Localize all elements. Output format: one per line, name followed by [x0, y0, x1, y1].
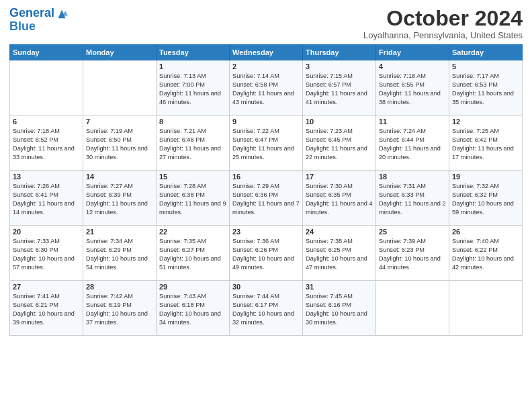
- calendar-cell: 22Sunrise: 7:35 AMSunset: 6:27 PMDayligh…: [157, 226, 230, 281]
- day-header-sunday: Sunday: [10, 45, 83, 60]
- day-info: Sunrise: 7:41 AMSunset: 6:21 PMDaylight:…: [13, 292, 80, 327]
- day-number: 1: [159, 62, 226, 71]
- calendar-cell: 10Sunrise: 7:23 AMSunset: 6:45 PMDayligh…: [303, 116, 376, 171]
- calendar-week-4: 20Sunrise: 7:33 AMSunset: 6:30 PMDayligh…: [10, 226, 523, 281]
- title-section: October 2024 Loyalhanna, Pennsylvania, U…: [363, 7, 523, 40]
- day-info: Sunrise: 7:23 AMSunset: 6:45 PMDaylight:…: [306, 127, 373, 162]
- calendar-cell: 14Sunrise: 7:27 AMSunset: 6:39 PMDayligh…: [83, 171, 157, 226]
- day-header-monday: Monday: [83, 45, 157, 60]
- day-info: Sunrise: 7:36 AMSunset: 6:26 PMDaylight:…: [232, 237, 300, 272]
- day-number: 29: [159, 283, 226, 291]
- day-number: 23: [232, 228, 300, 236]
- day-number: 20: [13, 228, 80, 236]
- day-info: Sunrise: 7:43 AMSunset: 6:18 PMDaylight:…: [159, 292, 226, 327]
- calendar-cell: 6Sunrise: 7:18 AMSunset: 6:52 PMDaylight…: [10, 116, 83, 171]
- day-info: Sunrise: 7:38 AMSunset: 6:25 PMDaylight:…: [306, 237, 373, 272]
- calendar-cell: 7Sunrise: 7:19 AMSunset: 6:50 PMDaylight…: [83, 116, 157, 171]
- day-number: 11: [379, 118, 446, 126]
- calendar-cell: 20Sunrise: 7:33 AMSunset: 6:30 PMDayligh…: [10, 226, 83, 281]
- calendar-week-2: 6Sunrise: 7:18 AMSunset: 6:52 PMDaylight…: [10, 116, 523, 171]
- day-info: Sunrise: 7:35 AMSunset: 6:27 PMDaylight:…: [159, 237, 226, 272]
- day-number: 24: [306, 228, 373, 236]
- day-info: Sunrise: 7:31 AMSunset: 6:33 PMDaylight:…: [379, 182, 446, 217]
- header: General Blue October 2024 Loyalhanna, Pe…: [9, 7, 523, 40]
- day-info: Sunrise: 7:25 AMSunset: 6:42 PMDaylight:…: [452, 127, 519, 162]
- day-number: 21: [86, 228, 153, 236]
- calendar-cell: 12Sunrise: 7:25 AMSunset: 6:42 PMDayligh…: [449, 116, 523, 171]
- logo-icon: [56, 7, 68, 19]
- day-number: 7: [86, 118, 153, 126]
- day-number: 31: [306, 283, 373, 291]
- day-info: Sunrise: 7:16 AMSunset: 6:55 PMDaylight:…: [379, 72, 446, 107]
- calendar-cell: 25Sunrise: 7:39 AMSunset: 6:23 PMDayligh…: [376, 226, 449, 281]
- month-title: October 2024: [363, 7, 523, 30]
- day-number: 4: [379, 62, 446, 71]
- day-info: Sunrise: 7:24 AMSunset: 6:44 PMDaylight:…: [379, 127, 446, 162]
- calendar-cell: [449, 281, 523, 336]
- calendar-cell: 2Sunrise: 7:14 AMSunset: 6:58 PMDaylight…: [230, 60, 303, 116]
- calendar-week-3: 13Sunrise: 7:26 AMSunset: 6:41 PMDayligh…: [10, 171, 523, 226]
- day-number: 27: [13, 283, 80, 291]
- logo-text: General: [9, 7, 54, 20]
- day-info: Sunrise: 7:26 AMSunset: 6:41 PMDaylight:…: [13, 182, 80, 217]
- calendar-cell: 4Sunrise: 7:16 AMSunset: 6:55 PMDaylight…: [376, 60, 449, 116]
- day-number: 19: [452, 173, 519, 181]
- calendar-cell: 28Sunrise: 7:42 AMSunset: 6:19 PMDayligh…: [83, 281, 157, 336]
- day-number: 10: [306, 118, 373, 126]
- calendar-table: SundayMondayTuesdayWednesdayThursdayFrid…: [9, 44, 523, 336]
- day-info: Sunrise: 7:32 AMSunset: 6:32 PMDaylight:…: [452, 182, 519, 217]
- day-number: 30: [232, 283, 300, 291]
- calendar-cell: 9Sunrise: 7:22 AMSunset: 6:47 PMDaylight…: [230, 116, 303, 171]
- calendar-cell: 21Sunrise: 7:34 AMSunset: 6:29 PMDayligh…: [83, 226, 157, 281]
- calendar-cell: 29Sunrise: 7:43 AMSunset: 6:18 PMDayligh…: [157, 281, 230, 336]
- day-info: Sunrise: 7:17 AMSunset: 6:53 PMDaylight:…: [452, 72, 519, 107]
- calendar-cell: 8Sunrise: 7:21 AMSunset: 6:48 PMDaylight…: [157, 116, 230, 171]
- calendar-cell: [10, 60, 83, 116]
- day-number: 13: [13, 173, 80, 181]
- calendar-cell: 16Sunrise: 7:29 AMSunset: 6:36 PMDayligh…: [230, 171, 303, 226]
- day-info: Sunrise: 7:39 AMSunset: 6:23 PMDaylight:…: [379, 237, 446, 272]
- day-info: Sunrise: 7:21 AMSunset: 6:48 PMDaylight:…: [159, 127, 226, 162]
- calendar-cell: 11Sunrise: 7:24 AMSunset: 6:44 PMDayligh…: [376, 116, 449, 171]
- day-info: Sunrise: 7:28 AMSunset: 6:38 PMDaylight:…: [159, 182, 226, 217]
- day-header-friday: Friday: [376, 45, 449, 60]
- day-number: 9: [232, 118, 300, 126]
- calendar-week-1: 1Sunrise: 7:13 AMSunset: 7:00 PMDaylight…: [10, 60, 523, 116]
- day-header-tuesday: Tuesday: [157, 45, 230, 60]
- day-info: Sunrise: 7:27 AMSunset: 6:39 PMDaylight:…: [86, 182, 153, 217]
- day-info: Sunrise: 7:33 AMSunset: 6:30 PMDaylight:…: [13, 237, 80, 272]
- calendar-cell: 3Sunrise: 7:15 AMSunset: 6:57 PMDaylight…: [303, 60, 376, 116]
- calendar-cell: 13Sunrise: 7:26 AMSunset: 6:41 PMDayligh…: [10, 171, 83, 226]
- day-number: 22: [159, 228, 226, 236]
- calendar-cell: 23Sunrise: 7:36 AMSunset: 6:26 PMDayligh…: [230, 226, 303, 281]
- calendar-cell: 27Sunrise: 7:41 AMSunset: 6:21 PMDayligh…: [10, 281, 83, 336]
- day-info: Sunrise: 7:18 AMSunset: 6:52 PMDaylight:…: [13, 127, 80, 162]
- calendar-week-5: 27Sunrise: 7:41 AMSunset: 6:21 PMDayligh…: [10, 281, 523, 336]
- day-number: 26: [452, 228, 519, 236]
- day-info: Sunrise: 7:44 AMSunset: 6:17 PMDaylight:…: [232, 292, 300, 327]
- calendar-cell: 24Sunrise: 7:38 AMSunset: 6:25 PMDayligh…: [303, 226, 376, 281]
- day-number: 25: [379, 228, 446, 236]
- day-number: 14: [86, 173, 153, 181]
- calendar-cell: 30Sunrise: 7:44 AMSunset: 6:17 PMDayligh…: [230, 281, 303, 336]
- location: Loyalhanna, Pennsylvania, United States: [363, 30, 523, 40]
- day-header-saturday: Saturday: [449, 45, 523, 60]
- day-number: 18: [379, 173, 446, 181]
- day-info: Sunrise: 7:34 AMSunset: 6:29 PMDaylight:…: [86, 237, 153, 272]
- calendar-cell: [83, 60, 157, 116]
- day-info: Sunrise: 7:13 AMSunset: 7:00 PMDaylight:…: [159, 72, 226, 107]
- calendar-cell: [376, 281, 449, 336]
- header-row: SundayMondayTuesdayWednesdayThursdayFrid…: [10, 45, 523, 60]
- day-info: Sunrise: 7:40 AMSunset: 6:22 PMDaylight:…: [452, 237, 519, 272]
- calendar-cell: 1Sunrise: 7:13 AMSunset: 7:00 PMDaylight…: [157, 60, 230, 116]
- day-number: 8: [159, 118, 226, 126]
- calendar-cell: 17Sunrise: 7:30 AMSunset: 6:35 PMDayligh…: [303, 171, 376, 226]
- day-info: Sunrise: 7:45 AMSunset: 6:16 PMDaylight:…: [306, 292, 373, 327]
- calendar-cell: 26Sunrise: 7:40 AMSunset: 6:22 PMDayligh…: [449, 226, 523, 281]
- day-number: 17: [306, 173, 373, 181]
- day-info: Sunrise: 7:19 AMSunset: 6:50 PMDaylight:…: [86, 127, 153, 162]
- day-info: Sunrise: 7:42 AMSunset: 6:19 PMDaylight:…: [86, 292, 153, 327]
- day-info: Sunrise: 7:22 AMSunset: 6:47 PMDaylight:…: [232, 127, 300, 162]
- calendar-cell: 19Sunrise: 7:32 AMSunset: 6:32 PMDayligh…: [449, 171, 523, 226]
- day-info: Sunrise: 7:30 AMSunset: 6:35 PMDaylight:…: [306, 182, 373, 217]
